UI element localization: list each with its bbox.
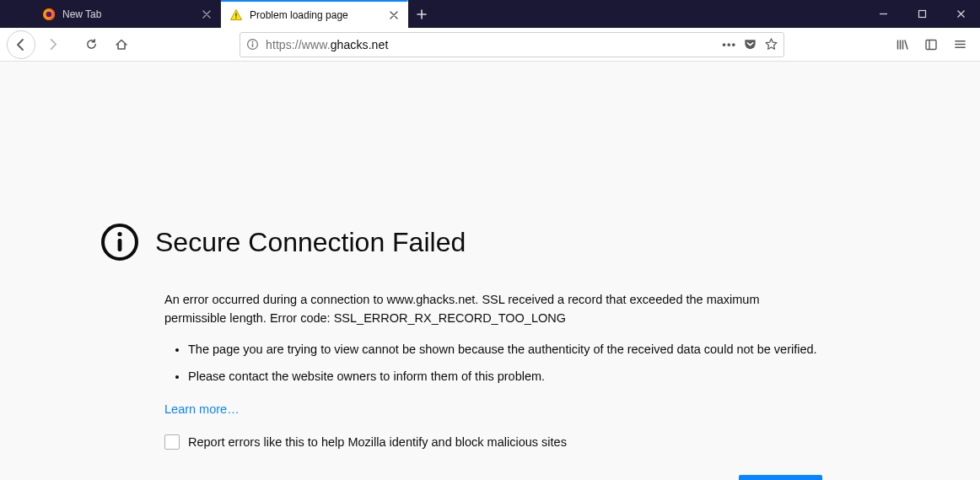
close-icon[interactable]	[200, 8, 213, 21]
svg-rect-4	[918, 11, 925, 18]
error-description: An error occurred during a connection to…	[164, 291, 822, 328]
tab-problem-loading[interactable]: Problem loading page	[221, 0, 408, 28]
report-checkbox[interactable]	[164, 434, 180, 450]
firefox-icon	[42, 8, 56, 21]
home-button[interactable]	[108, 31, 135, 58]
error-container: Secure Connection Failed An error occurr…	[164, 222, 822, 480]
library-button[interactable]	[889, 31, 916, 58]
back-button[interactable]	[7, 30, 35, 59]
app-menu-button[interactable]	[946, 31, 973, 58]
sidebar-button[interactable]	[918, 31, 945, 58]
tab-label: Problem loading page	[250, 9, 380, 21]
page-actions-icon[interactable]: •••	[722, 38, 736, 51]
url-bar[interactable]: https://www.ghacks.net •••	[240, 32, 784, 57]
url-actions: •••	[722, 37, 778, 51]
window-controls	[864, 0, 980, 28]
page-content: Secure Connection Failed An error occurr…	[0, 62, 980, 480]
error-bullet: The page you are trying to view cannot b…	[188, 340, 822, 359]
tab-new-tab[interactable]: New Tab	[34, 0, 221, 28]
warning-icon	[229, 8, 243, 22]
url-prefix: https://www.	[266, 38, 331, 51]
pocket-icon[interactable]	[743, 37, 757, 51]
svg-point-1	[46, 11, 52, 17]
svg-rect-3	[235, 17, 236, 18]
tab-strip: New Tab Problem loading page	[0, 0, 980, 28]
url-domain: ghacks.net	[331, 38, 389, 51]
close-window-button[interactable]	[941, 0, 980, 28]
maximize-button[interactable]	[902, 0, 941, 28]
url-text: https://www.ghacks.net	[266, 38, 722, 51]
tab-label: New Tab	[62, 8, 193, 20]
error-title: Secure Connection Failed	[155, 227, 466, 258]
close-icon[interactable]	[387, 8, 401, 22]
svg-point-11	[117, 232, 121, 236]
toolbar: https://www.ghacks.net •••	[0, 28, 980, 62]
identity-info-icon[interactable]	[245, 38, 259, 51]
svg-rect-12	[118, 239, 122, 251]
error-bullet: Please contact the website owners to inf…	[188, 367, 822, 386]
report-label: Report errors like this to help Mozilla …	[188, 435, 567, 449]
error-bullet-list: The page you are trying to view cannot b…	[164, 340, 822, 386]
svg-rect-8	[926, 40, 936, 49]
minimize-button[interactable]	[864, 0, 902, 28]
reload-button[interactable]	[78, 31, 105, 58]
try-again-button[interactable]: Try Again	[739, 475, 822, 480]
svg-rect-2	[235, 13, 236, 16]
toolbar-right	[889, 31, 973, 58]
new-tab-button[interactable]	[408, 0, 435, 28]
svg-point-6	[251, 41, 253, 43]
learn-more-link[interactable]: Learn more…	[164, 402, 240, 416]
forward-button[interactable]	[39, 31, 66, 58]
info-circle-icon	[100, 222, 140, 262]
bookmark-star-icon[interactable]	[764, 37, 778, 51]
svg-rect-7	[251, 44, 253, 47]
